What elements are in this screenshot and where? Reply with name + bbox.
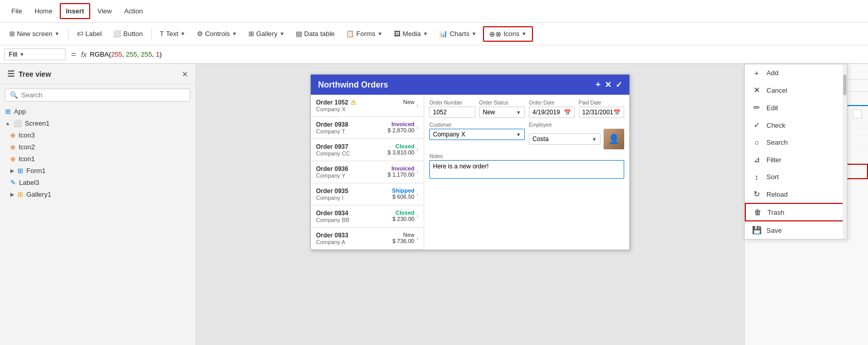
main-layout: ☰ Tree view ✕ 🔍 ⊞ App ▲ ⬜ Screen1 ⊕ [0,64,868,345]
form1-expand-arrow[interactable]: ▶ [10,168,14,174]
app-body: Order 1052 ⚠ Company X New › Order 0938 [311,95,629,250]
app-check-icon[interactable]: ✓ [615,80,622,90]
dropdown-item-cancel[interactable]: ✕ Cancel [745,81,847,99]
employee-field: Employee Costa ▼ 👤 [529,122,624,149]
dropdown-item-search[interactable]: ○ Search [745,134,847,151]
app-add-icon[interactable]: + [596,80,600,90]
dropdown-item-check[interactable]: ✓ Check [745,116,847,134]
reload-icon: ↻ [752,189,761,199]
hamburger-icon[interactable]: ☰ [7,69,14,79]
text-icon: T [160,30,164,38]
fill-dropdown[interactable]: Fill ▼ [4,48,66,60]
order-chevron-0937: › [414,146,419,153]
formula-equals: = [69,50,78,59]
form1-label: Form1 [26,167,46,175]
fill-color-swatch[interactable] [853,109,862,118]
order-date-field: Order Date 4/19/2019 📅 [529,100,575,118]
order-number-input[interactable]: 1052 [429,107,475,118]
menu-action[interactable]: Action [119,4,148,18]
dropdown-scroll-thumb [843,75,846,95]
media-icon: 🖼 [394,30,400,38]
app-preview: Northwind Orders + ✕ ✓ Order 1052 ⚠ [310,74,630,250]
toolbar-separator-1 [68,28,69,40]
tree-item-app[interactable]: ⊞ App [0,106,195,117]
dropdown-item-filter[interactable]: ⊿ Filter [745,151,847,168]
dropdown-item-trash[interactable]: 🗑 Trash [745,203,847,221]
employee-select[interactable]: Costa ▼ [529,133,600,145]
paid-date-label: Paid Date [579,100,625,106]
sidebar-close-icon[interactable]: ✕ [182,70,188,78]
order-amount-0936: $ 1,170.00 [388,171,414,178]
icon3-icon: ⊕ [10,132,15,139]
button-icon: ⬜ [113,30,121,38]
icon3-label: Icon3 [19,131,35,139]
new-screen-button[interactable]: ⊞ New screen ▼ [4,27,65,40]
tree-item-icon1[interactable]: ⊕ Icon1 [0,153,195,165]
tree-item-icon2[interactable]: ⊕ Icon2 [0,141,195,153]
text-button[interactable]: T Text ▼ [155,27,191,40]
new-screen-caret: ▼ [55,31,60,37]
tree-item-form1[interactable]: ▶ ⊞ Form1 [0,165,195,177]
dropdown-item-edit[interactable]: ✏ Edit [745,99,847,116]
tree-app-icon: ⊞ [5,108,11,115]
customer-arrow: ▼ [516,132,521,137]
order-item-0936[interactable]: Order 0936 Company Y Invoiced $ 1,170.00… [311,161,424,183]
order-item-0934[interactable]: Order 0934 Company BB Closed $ 230.00 › [311,205,424,228]
dropdown-item-sort[interactable]: ↕ Sort [745,168,847,185]
paid-date-calendar-icon: 📅 [613,109,621,116]
tree-item-icon3[interactable]: ⊕ Icon3 [0,129,195,141]
menu-insert[interactable]: Insert [60,3,90,19]
trash-icon: 🗑 [753,208,762,216]
data-table-button[interactable]: ▤ Data table [291,27,340,40]
app-close-icon[interactable]: ✕ [605,80,611,90]
dropdown-item-save[interactable]: 💾 Save [745,221,847,239]
menu-view[interactable]: View [92,4,117,18]
notes-input[interactable]: Here is a new order! [429,160,624,179]
sidebar-title-text: Tree view [19,70,51,78]
forms-button[interactable]: 📋 Forms ▼ [341,27,388,40]
order-status-0933: New [392,232,414,238]
order-date-input[interactable]: 4/19/2019 📅 [529,107,575,118]
forms-caret: ▼ [377,31,382,37]
order-item-1052[interactable]: Order 1052 ⚠ Company X New › [311,95,424,117]
paid-date-input[interactable]: 12/31/2001 📅 [579,107,625,118]
menu-file[interactable]: File [6,4,27,18]
icons-button[interactable]: ⊕⊗ Icons ▼ [483,26,533,42]
sidebar-search-input[interactable] [21,91,186,99]
app-header-actions: + ✕ ✓ [596,80,622,90]
gallery-button[interactable]: ⊞ Gallery ▼ [243,27,290,40]
dropdown-item-add[interactable]: + Add [745,64,847,81]
employee-label: Employee [529,122,624,128]
order-item-0938[interactable]: Order 0938 Company T Invoiced $ 2,870.00… [311,117,424,139]
filter-icon: ⊿ [752,155,761,164]
order-company-0937: Company CC [316,150,388,157]
controls-button[interactable]: ⚙ Controls ▼ [192,27,242,40]
formula-content: RGBA(255, 255, 255, 1) [90,50,162,58]
icon2-label: Icon2 [19,143,35,151]
tree-item-screen1[interactable]: ▲ ⬜ Screen1 [0,117,195,129]
tree-item-gallery1[interactable]: ▶ ⊞ Gallery1 [0,188,195,200]
order-status-select[interactable]: New ▼ [479,107,525,118]
charts-button[interactable]: 📊 Charts ▼ [434,27,481,40]
media-button[interactable]: 🖼 Media ▼ [389,27,433,40]
tree-item-label3[interactable]: ✎ Label3 [0,177,195,188]
dropdown-scrollbar[interactable] [843,64,847,239]
label-button[interactable]: 🏷 Label [72,27,107,40]
order-company-0936: Company Y [316,173,388,179]
order-amount-0934: $ 230.00 [392,216,414,222]
order-item-0933[interactable]: Order 0933 Company A New $ 736.00 › [311,228,424,250]
order-chevron-0933: › [414,235,419,242]
search-dropdown-icon: ○ [752,138,761,147]
customer-select[interactable]: Company X ▼ [429,129,525,140]
order-status-1052: New [403,99,414,105]
order-item-0937[interactable]: Order 0937 Company CC Closed $ 3,810.00 … [311,139,424,161]
order-amount-0933: $ 736.00 [392,238,414,244]
order-item-0935[interactable]: Order 0935 Company I Shipped $ 606.50 › [311,183,424,205]
edit-icon: ✏ [752,103,761,112]
gallery1-expand-arrow[interactable]: ▶ [10,192,14,197]
form1-icon: ⊞ [18,167,23,175]
screen1-expand-arrow[interactable]: ▲ [5,120,10,126]
button-button[interactable]: ⬜ Button [108,27,148,40]
menu-home[interactable]: Home [29,4,58,18]
dropdown-item-reload[interactable]: ↻ Reload [745,185,847,203]
